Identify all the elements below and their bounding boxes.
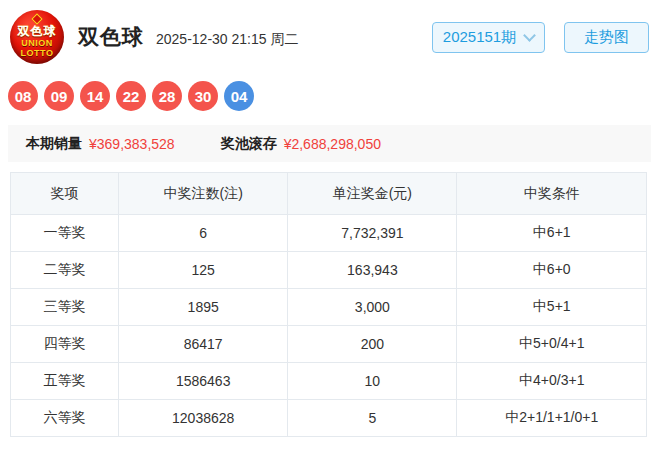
prize-table-header-row: 奖项 中奖注数(注) 单注奖金(元) 中奖条件 [11,173,647,215]
red-ball-1: 08 [8,81,38,111]
prize-tier: 二等奖 [11,252,119,289]
winner-count: 125 [119,252,288,289]
winner-count: 1586463 [119,363,288,400]
red-ball-2: 09 [44,81,74,111]
winning-numbers: 08 09 14 22 28 30 04 [0,64,659,111]
prize-table: 奖项 中奖注数(注) 单注奖金(元) 中奖条件 一等奖 6 7,732,391 … [10,172,647,437]
red-ball-3: 14 [80,81,110,111]
red-ball-6: 30 [188,81,218,111]
sales-label: 本期销量 [26,135,82,153]
issue-select-dropdown[interactable]: 2025151期 [432,22,545,53]
prize-tier: 五等奖 [11,363,119,400]
logo-text-lotto: LOTTO [21,48,54,58]
prize-amount: 163,943 [288,252,457,289]
win-condition: 中6+0 [457,252,647,289]
win-condition: 中5+0/4+1 [457,326,647,363]
trend-chart-button[interactable]: 走势图 [564,22,649,53]
table-row: 五等奖 1586463 10 中4+0/3+1 [11,363,647,400]
winner-count: 1895 [119,289,288,326]
winner-count: 86417 [119,326,288,363]
draw-datetime: 2025-12-30 21:15 周二 [156,31,298,49]
column-header-winners: 中奖注数(注) [119,173,288,215]
table-row: 六等奖 12038628 5 中2+1/1+1/0+1 [11,400,647,437]
table-row: 二等奖 125 163,943 中6+0 [11,252,647,289]
lottery-results-page: 双色球 UNION LOTTO 双色球 2025-12-30 21:15 周二 … [0,0,659,449]
prize-amount: 3,000 [288,289,457,326]
prize-amount: 5 [288,400,457,437]
table-row: 四等奖 86417 200 中5+0/4+1 [11,326,647,363]
table-row: 三等奖 1895 3,000 中5+1 [11,289,647,326]
logo-text-union: UNION [21,38,53,48]
title-group: 双色球 2025-12-30 21:15 周二 [78,23,298,51]
sales-value: ¥369,383,528 [89,136,175,152]
prize-tier: 三等奖 [11,289,119,326]
red-ball-5: 28 [152,81,182,111]
union-lotto-logo: 双色球 UNION LOTTO [10,10,64,64]
winner-count: 12038628 [119,400,288,437]
blue-ball: 04 [224,81,254,111]
prize-tier: 一等奖 [11,215,119,252]
pool-value: ¥2,688,298,050 [284,136,381,152]
prize-amount: 200 [288,326,457,363]
win-condition: 中6+1 [457,215,647,252]
win-condition: 中2+1/1+1/0+1 [457,400,647,437]
chevron-down-icon [523,29,536,42]
win-condition: 中4+0/3+1 [457,363,647,400]
sales-bar: 本期销量 ¥369,383,528 奖池滚存 ¥2,688,298,050 [8,125,651,162]
prize-amount: 10 [288,363,457,400]
column-header-prize: 奖项 [11,173,119,215]
winner-count: 6 [119,215,288,252]
header: 双色球 UNION LOTTO 双色球 2025-12-30 21:15 周二 … [0,0,659,64]
column-header-amount: 单注奖金(元) [288,173,457,215]
red-ball-4: 22 [116,81,146,111]
issue-select-label: 2025151期 [443,28,516,47]
column-header-condition: 中奖条件 [457,173,647,215]
logo-text-cn: 双色球 [18,25,57,38]
page-title: 双色球 [78,23,144,51]
prize-tier: 六等奖 [11,400,119,437]
pool-label: 奖池滚存 [221,135,277,153]
table-row: 一等奖 6 7,732,391 中6+1 [11,215,647,252]
prize-tier: 四等奖 [11,326,119,363]
header-actions: 2025151期 走势图 [432,22,649,53]
prize-amount: 7,732,391 [288,215,457,252]
win-condition: 中5+1 [457,289,647,326]
